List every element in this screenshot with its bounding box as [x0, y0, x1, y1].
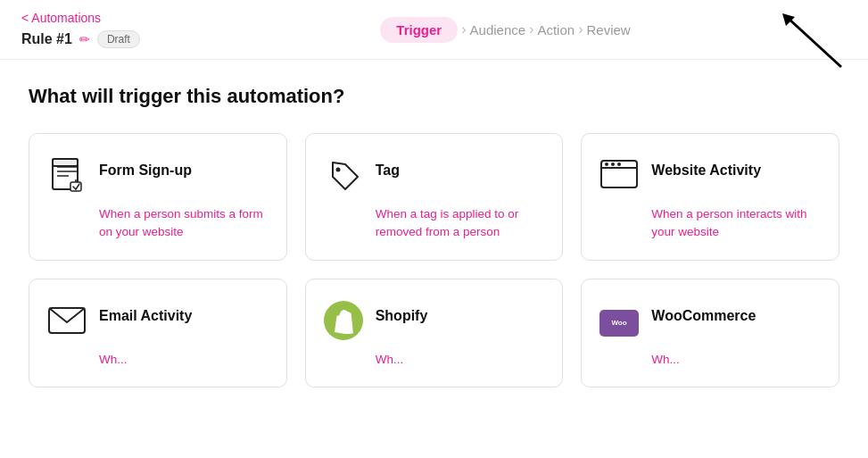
card-woo-title: WooCommerce — [651, 308, 756, 324]
tag-icon — [324, 155, 363, 195]
card-shopify-title: Shopify — [376, 308, 428, 324]
card-woo-desc: Wh... — [651, 351, 821, 369]
card-shopify[interactable]: Shopify Wh... — [305, 279, 564, 387]
rule-info: Rule #1 ✏ Draft — [21, 30, 164, 48]
stepper: Trigger › Audience › Action › Review — [164, 17, 847, 43]
step-trigger-label: Trigger — [396, 22, 442, 37]
back-link[interactable]: < Automations — [21, 11, 164, 25]
form-signup-icon — [47, 155, 87, 195]
edit-icon[interactable]: ✏ — [79, 32, 90, 46]
svg-rect-6 — [53, 159, 78, 166]
card-shopify-desc: Wh... — [376, 351, 545, 369]
card-form-signup-title: Form Sign-up — [99, 162, 192, 179]
card-email-title: Email Activity — [99, 308, 192, 324]
card-tag-desc: When a tag is applied to or removed from… — [376, 205, 545, 242]
email-icon — [47, 301, 87, 340]
draft-badge: Draft — [97, 30, 140, 48]
svg-point-14 — [617, 162, 621, 166]
card-woo-header: Woo WooCommerce — [599, 301, 821, 340]
card-form-signup[interactable]: Form Sign-up When a person submits a for… — [29, 133, 287, 261]
cards-grid: Form Sign-up When a person submits a for… — [29, 133, 839, 387]
card-website-activity[interactable]: Website Activity When a person interacts… — [581, 133, 839, 261]
card-website-header: Website Activity — [599, 155, 821, 195]
website-icon — [599, 155, 639, 195]
svg-text:Woo: Woo — [612, 319, 627, 327]
step-review[interactable]: Review — [586, 22, 630, 37]
step-action-label: Action — [537, 22, 575, 37]
svg-point-9 — [335, 168, 340, 172]
card-tag-header: Tag — [324, 155, 545, 195]
svg-point-12 — [605, 162, 608, 166]
card-tag-title: Tag — [376, 162, 400, 179]
card-website-title: Website Activity — [651, 162, 761, 179]
rule-title: Rule #1 — [21, 31, 72, 47]
woo-icon: Woo — [599, 301, 639, 340]
card-email-activity[interactable]: Email Activity Wh... — [29, 279, 287, 387]
card-tag[interactable]: Tag When a tag is applied to or removed … — [305, 133, 564, 261]
step-action[interactable]: Action — [537, 22, 575, 37]
step-review-label: Review — [586, 22, 630, 37]
card-form-signup-header: Form Sign-up — [47, 155, 269, 195]
step-audience-label: Audience — [470, 22, 526, 37]
step-trigger[interactable]: Trigger — [380, 17, 458, 43]
page-title: What will trigger this automation? — [29, 85, 839, 108]
top-nav: < Automations Rule #1 ✏ Draft Trigger › … — [0, 0, 868, 60]
step-arrow-2: › — [529, 21, 533, 37]
shopify-icon — [324, 301, 363, 340]
step-arrow-1: › — [461, 21, 466, 37]
svg-point-13 — [611, 162, 615, 166]
card-email-header: Email Activity — [47, 301, 269, 340]
card-woocommerce[interactable]: Woo WooCommerce Wh... — [581, 279, 839, 387]
step-audience[interactable]: Audience — [470, 22, 526, 37]
card-website-desc: When a person interacts with your websit… — [651, 205, 821, 242]
card-email-desc: Wh... — [99, 351, 269, 369]
card-shopify-header: Shopify — [324, 301, 545, 340]
step-arrow-3: › — [578, 21, 583, 37]
card-form-signup-desc: When a person submits a form on your web… — [99, 205, 269, 242]
main-content: What will trigger this automation? — [0, 60, 868, 405]
